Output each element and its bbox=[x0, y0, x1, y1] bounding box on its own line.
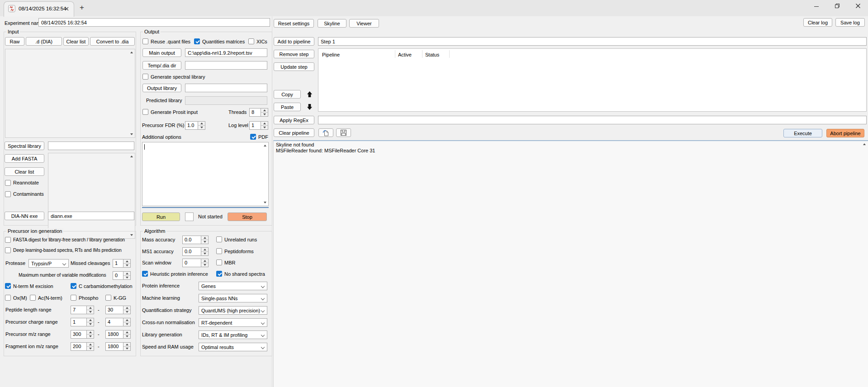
move-down-button[interactable] bbox=[304, 103, 314, 111]
carbamido-checkbox[interactable] bbox=[71, 283, 76, 289]
spin-up-icon[interactable] bbox=[201, 259, 208, 263]
reset-settings-button[interactable]: Reset settings bbox=[274, 19, 314, 28]
spin-up-icon[interactable] bbox=[87, 318, 94, 322]
spin-up-icon[interactable] bbox=[201, 248, 208, 251]
reuse-quant-checkbox[interactable] bbox=[142, 38, 148, 44]
temp-dir-input[interactable] bbox=[185, 61, 267, 70]
protein-inference-select[interactable]: Genes bbox=[199, 282, 267, 290]
active-column-header[interactable]: Active bbox=[398, 52, 412, 57]
scroll-up-icon[interactable] bbox=[129, 52, 133, 53]
clear-log-button[interactable]: Clear log bbox=[803, 18, 832, 27]
contaminants-checkbox[interactable] bbox=[5, 191, 11, 197]
skyline-button[interactable]: Skyline bbox=[318, 19, 346, 28]
spin-down-icon[interactable] bbox=[201, 240, 208, 244]
peptide-length-to-spinner[interactable]: 30 bbox=[105, 306, 131, 314]
kgg-checkbox[interactable] bbox=[105, 295, 111, 301]
precursor-charge-from-spinner[interactable]: 1 bbox=[71, 318, 94, 326]
mass-accuracy-spinner[interactable]: 0.0 bbox=[182, 236, 209, 244]
spin-down-icon[interactable] bbox=[87, 334, 94, 338]
spin-up-icon[interactable] bbox=[87, 343, 94, 346]
output-library-input[interactable] bbox=[185, 84, 267, 92]
spin-down-icon[interactable] bbox=[261, 112, 268, 116]
main-output-button[interactable]: Main output bbox=[142, 48, 181, 57]
scroll-up-icon[interactable] bbox=[862, 143, 866, 145]
d-dia-button[interactable]: .d (DIA) bbox=[26, 37, 62, 46]
spin-up-icon[interactable] bbox=[87, 330, 94, 334]
convert-to-dia-button[interactable]: Convert to .dia bbox=[90, 37, 135, 46]
regex-input[interactable] bbox=[318, 116, 867, 124]
additional-options-textarea[interactable] bbox=[142, 142, 269, 206]
gen-prosit-checkbox[interactable] bbox=[142, 109, 148, 115]
spectral-library-input[interactable] bbox=[48, 142, 134, 150]
abort-pipeline-button[interactable]: Abort pipeline bbox=[826, 129, 864, 137]
raw-button[interactable]: Raw bbox=[5, 37, 24, 46]
precursor-fdr-spinner[interactable]: 1.0 bbox=[185, 121, 205, 130]
spin-down-icon[interactable] bbox=[123, 346, 130, 350]
spin-up-icon[interactable] bbox=[123, 318, 130, 322]
spin-down-icon[interactable] bbox=[261, 125, 268, 129]
pipeline-table[interactable]: Pipeline Active Status bbox=[318, 48, 867, 112]
copy-button[interactable]: Copy bbox=[274, 90, 301, 99]
viewer-button[interactable]: Viewer bbox=[349, 19, 379, 28]
reannotate-checkbox[interactable] bbox=[5, 180, 11, 186]
output-library-button[interactable]: Output library bbox=[142, 84, 181, 92]
scan-window-spinner[interactable]: 0 bbox=[182, 259, 209, 267]
save-pipeline-button[interactable] bbox=[336, 128, 351, 137]
protease-select[interactable]: Trypsin/P bbox=[28, 259, 69, 268]
clear-pipeline-button[interactable]: Clear pipeline bbox=[274, 128, 314, 137]
new-tab-button[interactable]: + bbox=[77, 2, 87, 13]
spectral-library-button[interactable]: Spectral library bbox=[5, 142, 44, 150]
diann-exe-input[interactable] bbox=[48, 212, 134, 220]
oxm-checkbox[interactable] bbox=[5, 295, 11, 301]
library-generation-select[interactable]: IDs, RT & IM profiling bbox=[199, 330, 267, 339]
spin-down-icon[interactable] bbox=[123, 275, 130, 279]
spin-down-icon[interactable] bbox=[123, 334, 130, 338]
step-name-input[interactable] bbox=[318, 37, 867, 46]
paste-button[interactable]: Paste bbox=[274, 103, 301, 111]
spin-down-icon[interactable] bbox=[123, 310, 130, 314]
ac-nterm-checkbox[interactable] bbox=[30, 295, 36, 301]
quant-matrices-checkbox[interactable] bbox=[194, 38, 200, 44]
xics-checkbox[interactable] bbox=[248, 38, 254, 44]
missed-cleavages-spinner[interactable]: 1 bbox=[113, 259, 131, 268]
remove-step-button[interactable]: Remove step bbox=[274, 50, 314, 58]
heuristic-inference-checkbox[interactable] bbox=[142, 271, 148, 277]
scroll-down-icon[interactable] bbox=[129, 133, 133, 135]
log-level-spinner[interactable]: 1 bbox=[249, 121, 268, 130]
precursor-mz-to-spinner[interactable]: 1800 bbox=[105, 330, 131, 339]
spin-down-icon[interactable] bbox=[123, 322, 130, 326]
threads-spinner[interactable]: 8 bbox=[249, 108, 268, 117]
clear-fasta-button[interactable]: Clear list bbox=[5, 167, 44, 176]
open-pipeline-button[interactable] bbox=[318, 128, 333, 137]
phospho-checkbox[interactable] bbox=[71, 295, 76, 301]
mbr-checkbox[interactable] bbox=[216, 260, 222, 265]
spin-down-icon[interactable] bbox=[201, 251, 208, 255]
unrelated-runs-checkbox[interactable] bbox=[216, 236, 222, 242]
tab-active[interactable]: 08/14/2025 16:32:54 bbox=[4, 1, 74, 17]
max-var-mods-spinner[interactable]: 0 bbox=[113, 271, 131, 280]
scroll-up-icon[interactable] bbox=[129, 156, 133, 157]
spin-up-icon[interactable] bbox=[261, 109, 268, 112]
quantification-strategy-select[interactable]: QuantUMS (high precision) bbox=[199, 306, 267, 315]
scroll-down-icon[interactable] bbox=[263, 202, 267, 203]
close-button[interactable] bbox=[850, 0, 866, 13]
temp-dir-button[interactable]: Temp/.dia dir bbox=[142, 61, 181, 70]
spin-up-icon[interactable] bbox=[123, 306, 130, 310]
diann-exe-button[interactable]: DIA-NN exe bbox=[5, 212, 44, 220]
spin-down-icon[interactable] bbox=[87, 322, 94, 326]
spin-down-icon[interactable] bbox=[123, 263, 130, 267]
spin-up-icon[interactable] bbox=[123, 272, 130, 275]
log-panel[interactable]: Skyline not found MSFileReader found: MS… bbox=[273, 140, 868, 387]
fragment-mz-from-spinner[interactable]: 200 bbox=[71, 342, 94, 351]
cross-run-normalisation-select[interactable]: RT-dependent bbox=[199, 318, 267, 327]
tab-close-icon[interactable] bbox=[64, 6, 69, 12]
spin-up-icon[interactable] bbox=[123, 343, 130, 346]
spin-up-icon[interactable] bbox=[198, 122, 205, 125]
stop-button[interactable]: Stop bbox=[228, 212, 267, 221]
precursor-charge-to-spinner[interactable]: 4 bbox=[105, 318, 131, 326]
spin-up-icon[interactable] bbox=[123, 260, 130, 263]
add-to-pipeline-button[interactable]: Add to pipeline bbox=[274, 37, 314, 46]
run-button[interactable]: Run bbox=[142, 212, 180, 221]
fragment-mz-to-spinner[interactable]: 1800 bbox=[105, 342, 131, 351]
minimize-button[interactable] bbox=[808, 0, 825, 13]
